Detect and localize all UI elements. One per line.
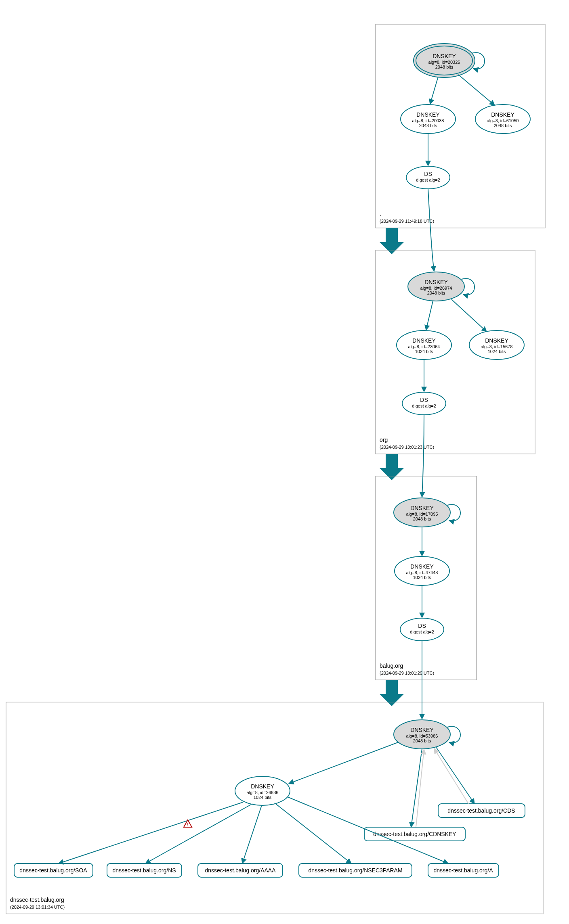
svg-text:alg=8, id=26836: alg=8, id=26836 xyxy=(247,790,279,795)
svg-text:digest alg=2: digest alg=2 xyxy=(410,629,434,634)
svg-text:DNSKEY: DNSKEY xyxy=(433,53,456,59)
zone-root: . (2024-09-29 11:49:18 UTC) DNSKEY alg=8… xyxy=(376,24,545,228)
svg-text:2048 bits: 2048 bits xyxy=(419,123,437,128)
edge-zsk-ns xyxy=(145,804,252,863)
zone-org-timestamp: (2024-09-29 13:01:23 UTC) xyxy=(380,445,434,449)
node-root-zsk2[interactable]: DNSKEY alg=8, id=61050 2048 bits xyxy=(475,105,530,134)
svg-text:alg=8, id=15678: alg=8, id=15678 xyxy=(481,344,513,349)
svg-text:digest alg=2: digest alg=2 xyxy=(416,178,440,182)
node-org-ksk[interactable]: DNSKEY alg=8, id=26974 2048 bits xyxy=(408,272,464,301)
svg-text:1024 bits: 1024 bits xyxy=(413,575,431,580)
svg-text:DNSKEY: DNSKEY xyxy=(410,727,434,733)
node-dt-zsk[interactable]: DNSKEY alg=8, id=26836 1024 bits xyxy=(235,776,290,805)
svg-text:DS: DS xyxy=(420,397,428,403)
svg-text:1024 bits: 1024 bits xyxy=(488,349,506,354)
node-dt-cds[interactable]: dnssec-test.balug.org/CDS xyxy=(438,804,525,817)
svg-text:DNSKEY: DNSKEY xyxy=(424,279,448,285)
edge-orgksk-zsk1 xyxy=(426,301,433,330)
svg-text:dnssec-test.balug.org/NS: dnssec-test.balug.org/NS xyxy=(112,867,176,874)
edge-orgds-balugksk xyxy=(422,415,424,497)
svg-text:dnssec-test.balug.org/CDNSKEY: dnssec-test.balug.org/CDNSKEY xyxy=(373,831,456,837)
svg-text:2048 bits: 2048 bits xyxy=(494,123,512,128)
node-dt-ns[interactable]: dnssec-test.balug.org/NS xyxy=(107,863,182,877)
svg-text:2048 bits: 2048 bits xyxy=(413,738,431,743)
svg-text:alg=8, id=47448: alg=8, id=47448 xyxy=(406,570,438,575)
zone-balug-timestamp: (2024-09-29 13:01:29 UTC) xyxy=(380,671,434,675)
node-org-zsk2[interactable]: DNSKEY alg=8, id=15678 1024 bits xyxy=(469,330,524,360)
svg-text:alg=8, id=20326: alg=8, id=20326 xyxy=(428,60,460,65)
edge-rootksk-zsk1 xyxy=(430,77,438,104)
edge-rootksk-zsk2 xyxy=(458,75,495,105)
edge-orgksk-zsk2 xyxy=(451,299,487,332)
svg-text:dnssec-test.balug.org/NSEC3PAR: dnssec-test.balug.org/NSEC3PARAM xyxy=(308,867,402,874)
node-dt-nsec3param[interactable]: dnssec-test.balug.org/NSEC3PARAM xyxy=(299,863,412,877)
node-dt-cdnskey[interactable]: dnssec-test.balug.org/CDNSKEY xyxy=(364,827,465,841)
node-dt-aaaa[interactable]: dnssec-test.balug.org/AAAA xyxy=(198,863,283,877)
node-balug-ksk[interactable]: DNSKEY alg=8, id=17095 2048 bits xyxy=(394,498,450,527)
svg-text:1024 bits: 1024 bits xyxy=(254,795,272,800)
svg-text:DNSKEY: DNSKEY xyxy=(485,337,508,344)
node-org-ds[interactable]: DS digest alg=2 xyxy=(402,392,446,415)
svg-text:DNSKEY: DNSKEY xyxy=(251,783,274,790)
svg-text:DS: DS xyxy=(418,623,426,629)
node-root-ds[interactable]: DS digest alg=2 xyxy=(406,166,450,189)
node-dt-soa[interactable]: dnssec-test.balug.org/SOA xyxy=(14,863,93,877)
svg-text:1024 bits: 1024 bits xyxy=(415,349,433,354)
svg-text:2048 bits: 2048 bits xyxy=(427,291,445,295)
node-balug-zsk[interactable]: DNSKEY alg=8, id=47448 1024 bits xyxy=(395,556,449,585)
svg-text:DNSKEY: DNSKEY xyxy=(416,111,440,118)
svg-text:DNSKEY: DNSKEY xyxy=(491,111,514,118)
edge-dtksk-zsk xyxy=(289,742,398,784)
edge-ksk-cds xyxy=(436,747,475,804)
svg-text:alg=8, id=23064: alg=8, id=23064 xyxy=(408,344,440,349)
edge-zsk-nsec3 xyxy=(275,803,351,863)
svg-text:!: ! xyxy=(187,822,189,828)
zone-org: org (2024-09-29 13:01:23 UTC) DNSKEY alg… xyxy=(376,189,535,454)
node-root-zsk1[interactable]: DNSKEY alg=8, id=20038 2048 bits xyxy=(401,105,456,134)
node-balug-ds[interactable]: DS digest alg=2 xyxy=(400,618,444,641)
svg-text:dnssec-test.balug.org/SOA: dnssec-test.balug.org/SOA xyxy=(19,867,87,874)
zone-root-name: . xyxy=(380,211,381,217)
node-dt-ksk[interactable]: DNSKEY alg=8, id=53986 2048 bits xyxy=(394,720,450,749)
node-root-ksk[interactable]: DNSKEY alg=8, id=20326 2048 bits xyxy=(414,44,475,77)
zone-dnssectest: dnssec-test.balug.org (2024-09-29 13:01:… xyxy=(6,641,543,914)
svg-text:DNSKEY: DNSKEY xyxy=(410,563,434,570)
svg-text:DNSKEY: DNSKEY xyxy=(410,505,434,511)
svg-text:alg=8, id=26974: alg=8, id=26974 xyxy=(420,286,452,291)
svg-text:DNSKEY: DNSKEY xyxy=(412,337,436,344)
svg-text:dnssec-test.balug.org/AAAA: dnssec-test.balug.org/AAAA xyxy=(205,867,276,874)
zone-root-timestamp: (2024-09-29 11:49:18 UTC) xyxy=(380,219,434,224)
node-org-zsk1[interactable]: DNSKEY alg=8, id=23064 1024 bits xyxy=(397,330,451,360)
edge-rootds-orgksk xyxy=(428,189,434,271)
svg-text:alg=8, id=17095: alg=8, id=17095 xyxy=(406,512,438,516)
svg-text:dnssec-test.balug.org/CDS: dnssec-test.balug.org/CDS xyxy=(447,807,515,814)
svg-text:2048 bits: 2048 bits xyxy=(435,65,454,69)
zone-dt-timestamp: (2024-09-29 13:01:34 UTC) xyxy=(10,905,65,909)
edge-cds-back xyxy=(434,748,468,804)
svg-text:digest alg=2: digest alg=2 xyxy=(412,403,436,408)
svg-text:alg=8, id=53986: alg=8, id=53986 xyxy=(406,734,438,738)
zone-dt-name: dnssec-test.balug.org xyxy=(10,897,64,903)
svg-text:DS: DS xyxy=(424,171,432,177)
node-dt-a[interactable]: dnssec-test.balug.org/A xyxy=(428,863,499,877)
zone-org-name: org xyxy=(380,437,388,443)
edge-zsk-aaaa xyxy=(242,805,262,863)
zone-balug-name: balug.org xyxy=(380,663,403,669)
svg-text:2048 bits: 2048 bits xyxy=(413,516,431,521)
svg-text:alg=8, id=20038: alg=8, id=20038 xyxy=(412,118,444,123)
svg-text:alg=8, id=61050: alg=8, id=61050 xyxy=(487,118,519,123)
svg-text:dnssec-test.balug.org/A: dnssec-test.balug.org/A xyxy=(433,867,493,874)
edge-zsk-soa xyxy=(59,802,243,863)
